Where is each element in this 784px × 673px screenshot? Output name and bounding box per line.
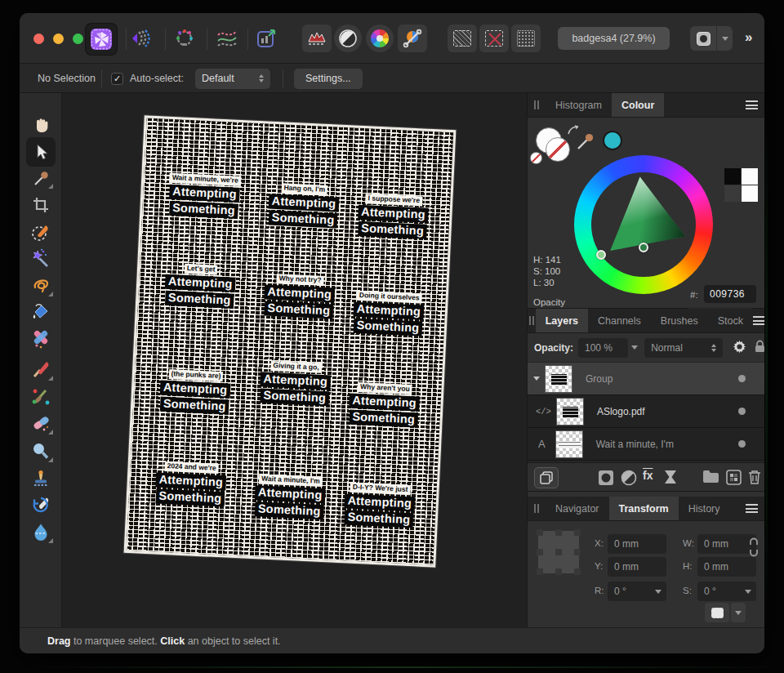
- toolbar-overflow-button[interactable]: »: [745, 29, 751, 46]
- assistant-dropdown[interactable]: [717, 26, 733, 51]
- live-filter-button[interactable]: [664, 470, 677, 484]
- badge[interactable]: 2024 and we're Attempting Something: [136, 455, 245, 507]
- hex-input[interactable]: 009736: [704, 285, 756, 303]
- colour-wheel[interactable]: [574, 155, 713, 294]
- panel-menu-icon[interactable]: [737, 497, 764, 520]
- layer-thumbnail[interactable]: [555, 430, 583, 458]
- layer-row-text[interactable]: A Wait a minute, I'm: [528, 428, 764, 461]
- y-input[interactable]: 0 mm: [608, 557, 666, 577]
- healing-brush-tool[interactable]: [26, 326, 56, 352]
- paint-brush-tool[interactable]: [26, 357, 56, 383]
- canvas-viewport[interactable]: Wait a minute, we're Attempting Somethin…: [62, 93, 527, 627]
- colour-picker-icon[interactable]: [575, 131, 596, 155]
- tab-layers[interactable]: Layers: [536, 309, 588, 332]
- select-all-button[interactable]: [448, 25, 477, 52]
- badge[interactable]: D-I-Y? We're just Attempting Something: [326, 476, 434, 528]
- view-tool[interactable]: [26, 112, 56, 138]
- panel-grip-icon[interactable]: [528, 93, 546, 117]
- grey-swatch[interactable]: [724, 185, 741, 202]
- auto-select-checkbox[interactable]: ✓: [111, 73, 123, 85]
- badge[interactable]: Wait a minute, we're Attempting Somethin…: [150, 167, 259, 220]
- tab-colour[interactable]: Colour: [612, 93, 664, 117]
- erase-brush-tool[interactable]: [26, 411, 56, 437]
- layer-effects-button[interactable]: fx: [643, 469, 653, 482]
- hue-marker[interactable]: [596, 250, 606, 260]
- adjustment-layer-button[interactable]: [621, 470, 637, 486]
- develop-persona-button[interactable]: [172, 25, 198, 51]
- layers-opacity-dropdown[interactable]: 100 %: [578, 338, 628, 358]
- histogram-toolbar-button[interactable]: [302, 25, 332, 52]
- auto-select-dropdown[interactable]: Default: [195, 69, 270, 89]
- crop-tool[interactable]: [26, 192, 56, 218]
- white-swatch-2[interactable]: [742, 185, 758, 202]
- levels-toolbar-button[interactable]: [334, 25, 362, 52]
- deselect-button[interactable]: [479, 25, 509, 52]
- move-tool[interactable]: [26, 137, 56, 167]
- layer-visibility-dot[interactable]: [738, 440, 746, 448]
- add-pixel-layer-button[interactable]: [726, 470, 742, 485]
- layer-row-group[interactable]: Group: [528, 363, 764, 395]
- panel-menu-icon[interactable]: [737, 93, 764, 117]
- layer-visibility-dot[interactable]: [738, 375, 746, 382]
- mask-layer-button[interactable]: [598, 470, 614, 486]
- flood-fill-tool[interactable]: [26, 299, 56, 325]
- lock-icon[interactable]: [755, 340, 764, 355]
- tone-mapping-persona-button[interactable]: [214, 25, 240, 51]
- liquify-persona-button[interactable]: [127, 25, 153, 51]
- white-swatch[interactable]: [742, 168, 758, 185]
- minimize-button[interactable]: [53, 33, 64, 44]
- settings-button[interactable]: Settings...: [294, 69, 363, 89]
- colour-wheel-toolbar-button[interactable]: [366, 25, 394, 52]
- blend-mode-dropdown[interactable]: Normal: [644, 338, 723, 358]
- white-balance-toolbar-button[interactable]: [398, 25, 427, 52]
- colour-picker-tool[interactable]: [26, 165, 56, 191]
- transform-mode-button[interactable]: [705, 603, 729, 622]
- dodge-brush-tool[interactable]: [26, 439, 56, 465]
- document-tab-button[interactable]: badgesa4 (27.9%): [558, 27, 670, 50]
- selection-brush-tool[interactable]: [26, 219, 56, 245]
- badge[interactable]: (the punks are) Attempting Something: [141, 363, 250, 416]
- layer-row-aslogo[interactable]: </> ASlogo.pdf: [528, 395, 764, 428]
- close-button[interactable]: [33, 33, 44, 44]
- secondary-swatch[interactable]: [530, 152, 542, 164]
- tab-history[interactable]: History: [679, 497, 730, 520]
- saturation-lightness-marker[interactable]: [639, 243, 648, 252]
- x-input[interactable]: 0 mm: [608, 534, 666, 554]
- document[interactable]: Wait a minute, we're Attempting Somethin…: [124, 115, 457, 567]
- freehand-selection-tool[interactable]: [26, 273, 56, 299]
- tab-brushes[interactable]: Brushes: [651, 309, 708, 332]
- anchor-point-selector[interactable]: [538, 531, 579, 573]
- blend-options-gear-icon[interactable]: [733, 340, 746, 356]
- disclosure-chevron-icon[interactable]: [533, 377, 540, 381]
- assistant-button[interactable]: [690, 26, 733, 51]
- layer-thumbnail[interactable]: [545, 365, 572, 393]
- paint-mixer-brush-tool[interactable]: [26, 384, 56, 410]
- export-persona-button[interactable]: [253, 25, 279, 51]
- edit-all-layers-button[interactable]: [534, 467, 559, 488]
- tab-stock[interactable]: Stock: [708, 309, 753, 332]
- undo-brush-tool[interactable]: [26, 492, 56, 519]
- group-layers-button[interactable]: [702, 470, 719, 484]
- invert-selection-button[interactable]: [511, 25, 541, 52]
- layer-visibility-dot[interactable]: [738, 408, 746, 415]
- badge[interactable]: Why aren't you Attempting Something: [330, 376, 439, 428]
- black-swatch[interactable]: [724, 168, 741, 185]
- shear-dropdown[interactable]: 0 °: [697, 582, 756, 601]
- photo-persona-button[interactable]: [86, 24, 117, 55]
- panel-grip-icon[interactable]: [528, 309, 536, 332]
- rotation-dropdown[interactable]: 0 °: [608, 582, 666, 601]
- panel-grip-icon[interactable]: [528, 497, 546, 520]
- layer-thumbnail[interactable]: [556, 398, 584, 426]
- delete-layer-button[interactable]: [748, 470, 761, 485]
- clone-brush-tool[interactable]: [26, 466, 56, 492]
- badge[interactable]: Let's get Attempting Something: [146, 257, 255, 310]
- transform-mode-dropdown[interactable]: [731, 603, 746, 622]
- flood-select-tool[interactable]: [26, 246, 56, 272]
- blur-brush-tool[interactable]: [26, 519, 56, 546]
- panel-menu-icon[interactable]: [753, 309, 764, 332]
- fill-colour-swatch[interactable]: [546, 137, 570, 162]
- badge[interactable]: Doing it ourselves Attempting Something: [335, 285, 443, 337]
- tab-channels[interactable]: Channels: [588, 309, 651, 332]
- zoom-button[interactable]: [73, 33, 83, 44]
- colour-triangle[interactable]: [584, 165, 703, 284]
